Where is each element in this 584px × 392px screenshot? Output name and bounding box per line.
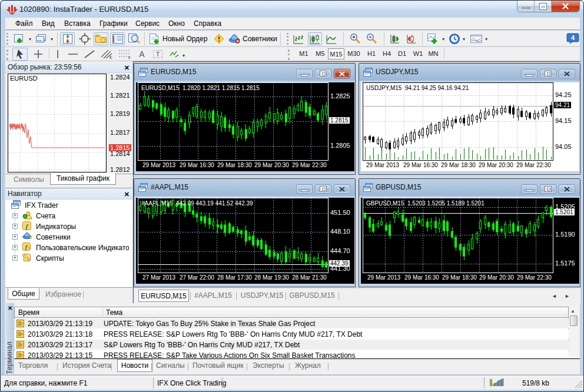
svg-text:T: T [156,51,160,58]
svg-text:E: E [110,55,112,59]
svg-text:F: F [128,56,131,59]
svg-text:4: 4 [571,34,575,41]
svg-text:A: A [139,49,145,59]
